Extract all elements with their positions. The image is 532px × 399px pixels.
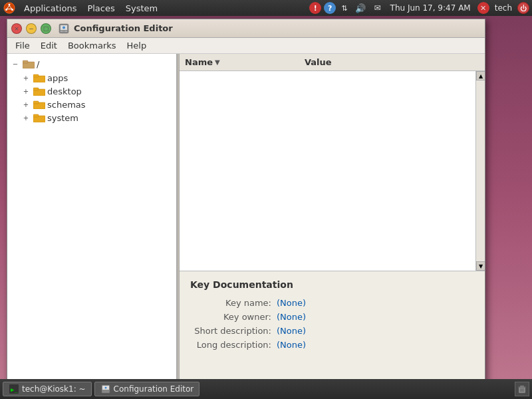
desktop-folder-icon (33, 86, 45, 96)
long-desc-row: Long description: (None) (190, 340, 474, 350)
taskbar-config-editor[interactable]: Configuration Editor (94, 382, 200, 396)
system-menu[interactable]: System (120, 0, 163, 16)
app-icon (58, 23, 70, 35)
tree-root-item[interactable]: − / (7, 57, 176, 71)
table-header: Name ▼ Value (180, 54, 485, 71)
close-button[interactable]: × (11, 23, 22, 34)
schemas-folder-icon (33, 100, 45, 109)
menu-bookmarks[interactable]: Bookmarks (63, 39, 122, 52)
scroll-track[interactable] (476, 80, 485, 261)
svg-text:▶_: ▶_ (11, 386, 18, 393)
key-owner-row: Key owner: (None) (190, 312, 474, 322)
name-col-label: Name (185, 57, 213, 67)
tree-item-schemas[interactable]: + schemas (7, 98, 176, 111)
svg-rect-18 (33, 114, 39, 117)
apps-label: apps (47, 73, 68, 83)
notification-icon[interactable]: ✕ (477, 2, 489, 14)
panel-right: ! ? ⇅ 🔊 ✉ Thu Jun 17, 9:47 AM ✕ tech ⏻ (309, 2, 532, 14)
schemas-toggle[interactable]: + (21, 99, 31, 110)
right-panel: Name ▼ Value ▲ ▼ Key Documentat (180, 54, 485, 384)
power-button[interactable]: ⏻ (517, 2, 529, 14)
menu-bar: File Edit Bookmarks Help (7, 38, 485, 54)
table-body[interactable]: ▲ ▼ (180, 71, 485, 271)
taskbar: ▶_ tech@Kiosk1: ~ Configuration Editor (0, 379, 532, 399)
svg-point-7 (63, 26, 65, 29)
system-toggle[interactable]: + (21, 112, 31, 123)
tree-item-system[interactable]: + system (7, 111, 176, 124)
scroll-down-button[interactable]: ▼ (476, 261, 485, 271)
key-doc-title: Key Documentation (190, 279, 474, 290)
apps-toggle[interactable]: + (21, 72, 31, 83)
root-label: / (37, 59, 39, 69)
config-editor-taskbar-label: Configuration Editor (114, 384, 194, 394)
applications-menu[interactable]: Applications (19, 0, 82, 16)
title-bar: × − □ Configuration Editor (7, 19, 485, 38)
svg-rect-12 (33, 74, 39, 77)
root-toggle[interactable]: − (10, 59, 21, 69)
taskbar-terminal[interactable]: ▶_ tech@Kiosk1: ~ (3, 382, 92, 396)
terminal-icon: ▶_ (9, 384, 19, 394)
root-folder-icon (23, 59, 35, 68)
terminal-label: tech@Kiosk1: ~ (22, 384, 86, 394)
long-desc-label: Long description: (190, 340, 277, 350)
long-desc-value: (None) (277, 340, 306, 350)
places-menu[interactable]: Places (82, 0, 120, 16)
tree-panel[interactable]: − / + (7, 54, 177, 384)
desktop-label: desktop (47, 86, 82, 96)
config-editor-taskbar-icon (100, 384, 111, 394)
schemas-label: schemas (47, 100, 86, 110)
app-window: × − □ Configuration Editor File Edit Boo… (7, 19, 485, 384)
svg-point-23 (104, 387, 106, 389)
menu-file[interactable]: File (10, 39, 35, 52)
svg-point-1 (9, 4, 11, 6)
volume-icon[interactable]: 🔊 (352, 3, 368, 13)
mail-icon[interactable]: ✉ (371, 3, 383, 13)
name-column-header[interactable]: Name ▼ (185, 57, 305, 67)
minimize-button[interactable]: − (26, 23, 37, 34)
scroll-up-button[interactable]: ▲ (476, 71, 485, 80)
panel-left: Applications Places System (0, 0, 309, 16)
key-name-value: (None) (277, 298, 306, 308)
key-owner-value: (None) (277, 312, 306, 322)
menu-help[interactable]: Help (122, 39, 152, 52)
sort-arrow-icon: ▼ (215, 59, 220, 66)
trash-icon[interactable] (515, 382, 529, 396)
key-name-label: Key name: (190, 298, 277, 308)
short-desc-row: Short description: (None) (190, 326, 474, 336)
system-label: system (47, 113, 78, 123)
svg-rect-16 (33, 101, 39, 104)
window-title: Configuration Editor (74, 23, 481, 33)
content-area: − / + (7, 54, 485, 384)
short-desc-label: Short description: (190, 326, 277, 336)
short-desc-value: (None) (277, 326, 306, 336)
svg-rect-10 (23, 61, 28, 63)
svg-rect-14 (33, 88, 39, 90)
tree-item-desktop[interactable]: + desktop (7, 84, 176, 98)
tree-item-apps[interactable]: + apps (7, 71, 176, 84)
key-owner-label: Key owner: (190, 312, 277, 322)
top-panel: Applications Places System ! ? ⇅ 🔊 ✉ Thu… (0, 0, 532, 16)
key-doc-panel: Key Documentation Key name: (None) Key o… (180, 271, 485, 384)
system-folder-icon (33, 113, 45, 122)
key-name-row: Key name: (None) (190, 298, 474, 308)
warning-icon[interactable]: ! (309, 2, 321, 14)
network-icon: ⇅ (338, 4, 350, 13)
apps-folder-icon (33, 73, 45, 82)
desktop: Applications Places System ! ? ⇅ 🔊 ✉ Thu… (0, 0, 532, 399)
menu-edit[interactable]: Edit (35, 39, 63, 52)
user-label[interactable]: tech (492, 3, 515, 13)
maximize-button[interactable]: □ (41, 23, 51, 34)
help-icon[interactable]: ? (324, 2, 336, 14)
vertical-scrollbar[interactable]: ▲ ▼ (475, 71, 485, 271)
ubuntu-icon[interactable] (3, 1, 16, 15)
value-column-header: Value (305, 57, 332, 67)
clock: Thu Jun 17, 9:47 AM (386, 3, 475, 13)
desktop-toggle[interactable]: + (21, 86, 31, 96)
